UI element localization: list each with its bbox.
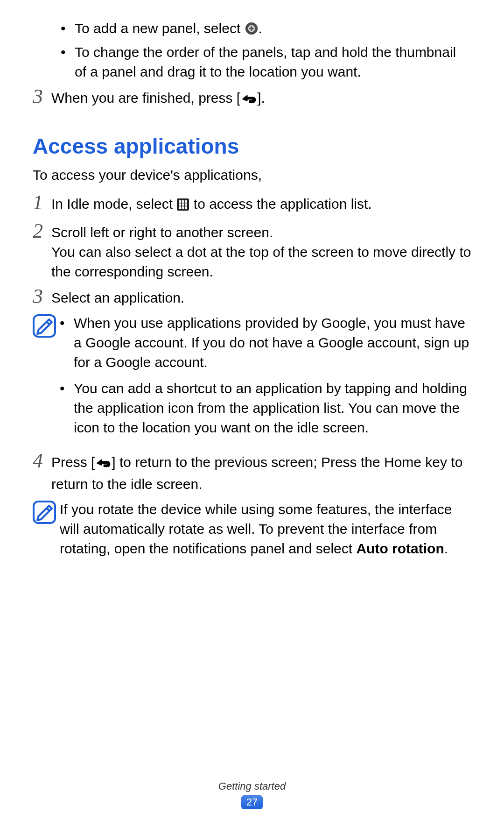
step-text-after: to access the application list.	[189, 196, 371, 212]
step-number: 4	[33, 452, 51, 470]
bullet-text: To change the order of the panels, tap a…	[75, 44, 456, 79]
note-bullet: When you use applications provided by Go…	[60, 313, 471, 372]
step-number: 1	[33, 193, 51, 212]
note-body: If you rotate the device while using som…	[56, 500, 471, 558]
bullet-text-after: .	[259, 21, 262, 36]
step-text-after: ].	[257, 90, 265, 106]
step-text-after: ] to return to the previous screen; Pres…	[51, 454, 462, 492]
step-line1: Scroll left or right to another screen.	[51, 223, 471, 242]
note-bullet-text: When you use applications provided by Go…	[74, 315, 469, 370]
note-block-2: If you rotate the device while using som…	[33, 500, 471, 558]
footer-section-title: Getting started	[0, 780, 504, 792]
section-intro: To access your device's applications,	[33, 165, 471, 185]
step-line2: You can also select a dot at the top of …	[51, 242, 471, 282]
bullet-reorder-panels: To change the order of the panels, tap a…	[61, 42, 471, 82]
step-number: 3	[33, 287, 51, 306]
step-body: Select an application.	[51, 287, 471, 308]
note-bullet-text: You can add a shortcut to an application…	[74, 381, 467, 435]
step-body: In Idle mode, select to access the appli…	[51, 193, 471, 216]
step-2: 2 Scroll left or right to another screen…	[33, 222, 471, 282]
step-3-finish: 3 When you are finished, press [].	[33, 87, 471, 110]
note-block-1: When you use applications provided by Go…	[33, 313, 471, 444]
note-body: When you use applications provided by Go…	[56, 313, 471, 444]
note-bullet: You can add a shortcut to an application…	[60, 379, 471, 438]
add-circle-icon	[245, 21, 259, 41]
bullet-text-pre: To add a new panel, select	[75, 21, 245, 36]
note-icon	[33, 314, 56, 339]
step-body: When you are finished, press [].	[51, 87, 471, 110]
page-footer: Getting started 27	[0, 780, 504, 809]
step-body: Press [] to return to the previous scree…	[51, 452, 471, 494]
step-text-pre: When you are finished, press [	[51, 90, 240, 106]
note-text-after: .	[444, 541, 448, 556]
step-body: Scroll left or right to another screen. …	[51, 222, 471, 282]
step-text-pre: In Idle mode, select	[51, 196, 176, 212]
note-text-bold: Auto rotation	[356, 541, 444, 556]
app-grid-icon	[176, 197, 189, 216]
step-4: 4 Press [] to return to the previous scr…	[33, 452, 471, 494]
top-bullet-list: To add a new panel, select . To change t…	[61, 19, 471, 82]
manual-page: To add a new panel, select . To change t…	[0, 0, 504, 827]
bullet-add-panel: To add a new panel, select .	[61, 19, 471, 41]
page-number-badge: 27	[241, 795, 263, 809]
back-icon	[95, 455, 112, 474]
step-text-pre: Press [	[51, 454, 95, 470]
step-1: 1 In Idle mode, select to access the app…	[33, 193, 471, 216]
back-icon	[240, 91, 257, 110]
section-heading: Access applications	[33, 134, 471, 159]
step-number: 3	[33, 87, 51, 106]
step-3: 3 Select an application.	[33, 287, 471, 308]
note-icon	[33, 501, 56, 526]
step-number: 2	[33, 222, 51, 240]
